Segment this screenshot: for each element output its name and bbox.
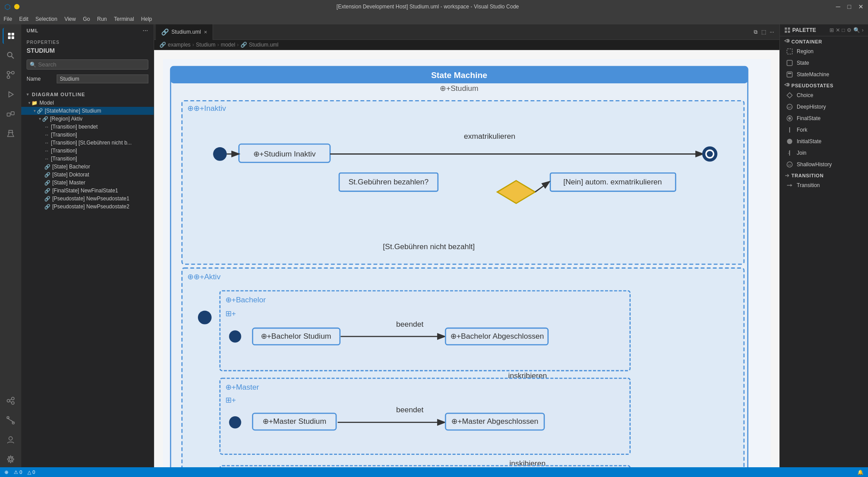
palette-item-deephistory[interactable]: H* DeepHistory xyxy=(780,101,868,113)
arrow-icon xyxy=(784,173,790,178)
palette-item-statemachine[interactable]: StateMachine xyxy=(780,69,868,80)
menu-view[interactable]: View xyxy=(64,16,76,22)
svg-rect-103 xyxy=(788,73,791,74)
tree-item-transition-beendet[interactable]: ↔ [Transition] beendet xyxy=(21,123,154,131)
palette-settings[interactable]: ⚙ xyxy=(847,27,852,33)
activity-account[interactable] xyxy=(3,432,19,448)
palette-item-finalstate[interactable]: FinalState xyxy=(780,113,868,124)
palette-section-container: CONTAINER xyxy=(780,36,868,46)
svg-rect-97 xyxy=(788,27,790,30)
tree-item-transition-2[interactable]: ↔ [Transition] xyxy=(21,147,154,155)
tree-item-model[interactable]: ▾ 📁 Model xyxy=(21,99,154,107)
transition-icon: ↔ xyxy=(44,132,49,137)
palette-chevron[interactable]: › xyxy=(862,27,864,33)
status-warnings[interactable]: △ 0 xyxy=(27,469,35,475)
tree-item-transition-gebuehren[interactable]: ↔ [Transition] [St.Gebühren nicht b... xyxy=(21,139,154,147)
activity-test[interactable] xyxy=(3,125,19,141)
outline-header[interactable]: ▾ DIAGRAM OUTLINE xyxy=(21,90,154,99)
svg-rect-99 xyxy=(788,31,790,33)
sidebar-header: UML ··· xyxy=(21,24,154,37)
svg-text:beendet: beendet xyxy=(396,405,423,414)
menu-go[interactable]: Go xyxy=(83,16,90,22)
menu-terminal[interactable]: Terminal xyxy=(114,16,134,22)
palette-grid-view[interactable]: ⊞ xyxy=(829,27,834,33)
svg-rect-102 xyxy=(787,72,792,77)
tree-item-finalstate[interactable]: 🔗 [FinalState] NewFinalState1 xyxy=(21,187,154,195)
diagram-svg[interactable]: State Machine ⊕+Studium ⊕⊕+Inaktiv ⊕+Stu… xyxy=(163,59,771,467)
activity-git[interactable] xyxy=(3,412,19,428)
palette-item-shallowhistory[interactable]: H ShallowHistory xyxy=(780,159,868,170)
key-icon-2 xyxy=(784,83,790,88)
minimize-button[interactable]: ─ xyxy=(836,3,841,10)
menu-selection[interactable]: Selection xyxy=(35,16,57,22)
tree-item-transition-3[interactable]: ↔ [Transition] xyxy=(21,155,154,163)
breadcrumb-file[interactable]: Studium.uml xyxy=(249,42,279,48)
palette-item-region[interactable]: Region xyxy=(780,46,868,57)
status-bar: ⊕ ⚠ 0 △ 0 🔔 xyxy=(0,467,868,477)
svg-text:beendet: beendet xyxy=(396,320,423,328)
menu-file[interactable]: File xyxy=(4,16,12,22)
maximize-button[interactable]: □ xyxy=(848,3,851,10)
palette-item-state[interactable]: State xyxy=(780,57,868,69)
palette-close[interactable]: ✕ xyxy=(836,27,840,33)
tab-close-button[interactable]: ✕ xyxy=(204,30,207,35)
palette-header: PALETTE ⊞ ✕ □ ⚙ 🔍 › xyxy=(780,24,868,36)
palette-item-join[interactable]: J Join xyxy=(780,147,868,159)
palette-item-fork[interactable]: Fork xyxy=(780,124,868,136)
palette-item-choice[interactable]: Choice xyxy=(780,90,868,101)
status-errors[interactable]: ⚠ 0 xyxy=(14,469,22,475)
activity-debug[interactable] xyxy=(3,86,19,102)
breadcrumb-model[interactable]: model xyxy=(221,42,235,48)
search-container: 🔍 xyxy=(27,59,148,70)
activity-explorer[interactable] xyxy=(3,28,19,44)
outline-collapse-arrow: ▾ xyxy=(27,92,29,97)
state-icon: 🔗 xyxy=(44,164,50,170)
activity-source-control[interactable] xyxy=(3,67,19,83)
palette-item-transition[interactable]: Transition xyxy=(780,180,868,191)
close-button[interactable]: ✕ xyxy=(858,3,864,10)
diagram-area[interactable]: State Machine ⊕+Studium ⊕⊕+Inaktiv ⊕+Stu… xyxy=(154,50,779,467)
split-editor-icon[interactable]: ⧉ xyxy=(754,29,758,35)
svg-rect-0 xyxy=(8,33,11,35)
breadcrumb-examples[interactable]: examples xyxy=(168,42,190,48)
tree-item-state-doktorat[interactable]: 🔗 [State] Doktorat xyxy=(21,171,154,179)
tab-studium-uml[interactable]: 🔗 Studium.uml ✕ xyxy=(156,24,213,40)
svg-rect-101 xyxy=(787,60,792,66)
menu-run[interactable]: Run xyxy=(97,16,107,22)
tree-item-state-master[interactable]: 🔗 [State] Master xyxy=(21,179,154,187)
tree-item-pseudostate-1[interactable]: 🔗 [Pseudostate] NewPseudostate1 xyxy=(21,195,154,203)
tree-item-region-aktiv[interactable]: ▾ 🔗 [Region] Aktiv xyxy=(21,115,154,123)
state-palette-icon xyxy=(786,59,793,66)
search-input[interactable] xyxy=(38,61,145,68)
palette-expand[interactable]: □ xyxy=(842,27,845,33)
activity-settings[interactable] xyxy=(3,451,19,467)
svg-point-17 xyxy=(12,402,14,404)
name-property-row: Name xyxy=(21,73,154,85)
palette-item-initialstate[interactable]: InitialState xyxy=(780,136,868,147)
activity-search[interactable] xyxy=(3,47,19,63)
svg-marker-11 xyxy=(9,92,13,97)
status-branch[interactable]: ⊕ xyxy=(4,469,8,475)
name-label: Name xyxy=(27,76,53,82)
breadcrumb-studium[interactable]: Studium xyxy=(196,42,215,48)
diagram-outline-section: ▾ DIAGRAM OUTLINE ▾ 📁 Model ▾ 🔗 [StateMa… xyxy=(21,90,154,211)
sidebar-more-options[interactable]: ··· xyxy=(143,28,148,33)
tree-item-statemachine[interactable]: ▾ 🔗 [StateMachine] Studium xyxy=(21,107,154,115)
activity-extensions[interactable] xyxy=(3,106,19,122)
tree-item-transition-1[interactable]: ↔ [Transition] xyxy=(21,131,154,139)
tree-item-pseudostate-2[interactable]: 🔗 [Pseudostate] NewPseudostate2 xyxy=(21,203,154,211)
editor-layout-icon[interactable]: ⬚ xyxy=(761,29,766,35)
name-value-input[interactable] xyxy=(57,74,148,83)
svg-marker-104 xyxy=(787,93,792,98)
menu-edit[interactable]: Edit xyxy=(19,16,28,22)
activity-uml[interactable] xyxy=(3,393,19,409)
more-actions-icon[interactable]: ··· xyxy=(770,29,774,35)
svg-point-108 xyxy=(788,117,791,120)
deephistory-palette-icon: H* xyxy=(786,103,793,110)
tree-item-state-bachelor[interactable]: 🔗 [State] Bachelor xyxy=(21,163,154,171)
status-notifications[interactable]: 🔔 xyxy=(857,469,864,475)
breadcrumb: 🔗 examples › Studium › model › 🔗 Studium… xyxy=(154,40,779,50)
menu-help[interactable]: Help xyxy=(141,16,152,22)
palette-search[interactable]: 🔍 xyxy=(853,27,860,33)
svg-text:⊕+Master Abgeschlossen: ⊕+Master Abgeschlossen xyxy=(451,417,538,426)
